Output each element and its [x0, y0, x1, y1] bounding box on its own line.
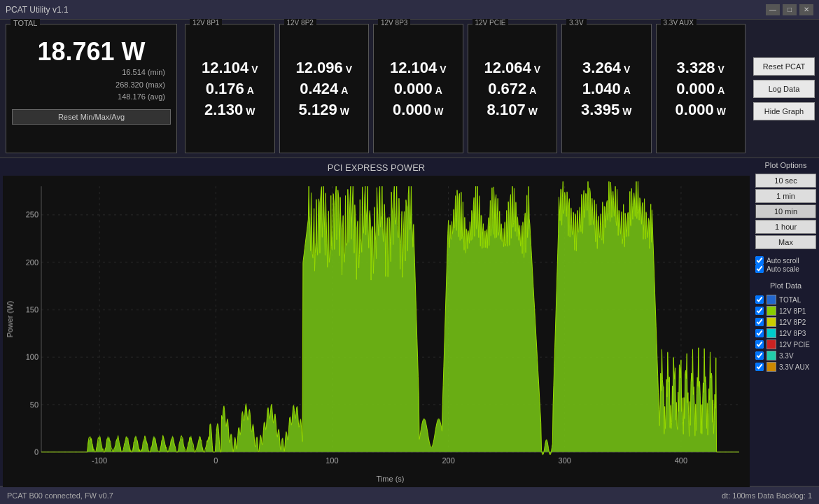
- legend-label-12V 8P2: 12V 8P2: [779, 318, 806, 326]
- power-value-0: 2.130: [204, 101, 243, 119]
- reset-minmaxavg-button[interactable]: Reset Min/Max/Avg: [12, 109, 171, 125]
- voltage-value-1: 12.096: [295, 59, 342, 77]
- statusbar: PCAT B00 connected, FW v0.7 dt: 100ms Da…: [0, 486, 819, 504]
- voltage-row-3: 12.064 V: [484, 59, 540, 77]
- power-row-4: 3.395 W: [581, 101, 631, 119]
- current-unit-1: A: [341, 85, 348, 96]
- graph-title: PCI EXPRESS POWER: [3, 162, 750, 173]
- legend-checkbox-12V 8P3[interactable]: [755, 329, 764, 337]
- minimize-button[interactable]: —: [766, 4, 780, 15]
- current-unit-4: A: [624, 85, 631, 96]
- auto-scale-row: Auto scale: [755, 265, 816, 273]
- legend-item-12v8p3: 12V 8P3: [755, 328, 816, 339]
- auto-scale-label: Auto scale: [766, 265, 799, 273]
- measure-label-1: 12V 8P2: [284, 19, 316, 27]
- power-row-5: 0.000 W: [676, 101, 726, 119]
- auto-scroll-label: Auto scroll: [766, 257, 799, 265]
- plot-btn-10min[interactable]: 10 min: [755, 204, 816, 218]
- legend-checkbox-12V 8P1[interactable]: [755, 307, 764, 315]
- reset-pcat-button[interactable]: Reset PCAT: [753, 57, 815, 76]
- legend-color-3.3V AUX: [766, 362, 776, 372]
- voltage-value-5: 3.328: [677, 59, 715, 77]
- voltage-unit-5: V: [718, 64, 724, 75]
- current-unit-3: A: [529, 85, 536, 96]
- close-button[interactable]: ✕: [799, 4, 813, 15]
- measure-panel-3.3vaux: 3.3V AUX 3.328 V 0.000 A 0.000 W: [656, 24, 746, 153]
- power-value-1: 5.129: [299, 101, 337, 119]
- plot-btn-1hour[interactable]: 1 hour: [755, 220, 816, 234]
- current-row-4: 1.040 A: [582, 80, 631, 98]
- legend-checkbox-TOTAL[interactable]: [755, 295, 764, 304]
- current-row-1: 0.424 A: [300, 80, 348, 98]
- total-stats: 16.514 (min) 268.320 (max) 148.176 (avg): [12, 66, 171, 104]
- legend-color-12V 8P2: [766, 317, 776, 327]
- legend-label-TOTAL: TOTAL: [779, 296, 801, 304]
- total-panel: TOTAL 18.761 W 16.514 (min) 268.320 (max…: [6, 24, 177, 153]
- right-sidebar: Plot Options 10 sec1 min10 min1 hourMax …: [752, 158, 819, 486]
- legend-label-3.3V: 3.3V: [779, 352, 794, 360]
- legend-color-3.3V: [766, 351, 776, 360]
- log-data-button[interactable]: Log Data: [753, 80, 815, 98]
- window-controls: — □ ✕: [766, 4, 813, 15]
- maximize-button[interactable]: □: [783, 4, 797, 15]
- legend-color-TOTAL: [766, 295, 776, 304]
- current-unit-2: A: [435, 85, 442, 96]
- legend-checkbox-3.3V AUX[interactable]: [755, 363, 764, 371]
- total-label: TOTAL: [10, 19, 40, 27]
- power-unit-5: W: [717, 106, 726, 117]
- titlebar: PCAT Utility v1.1 — □ ✕: [0, 0, 819, 20]
- status-left: PCAT B00 connected, FW v0.7: [7, 491, 113, 500]
- power-value-2: 0.000: [393, 101, 431, 119]
- auto-scroll-checkbox[interactable]: [755, 256, 764, 265]
- legend-item-total: TOTAL: [755, 294, 816, 305]
- power-row-0: 2.130 W: [204, 101, 255, 119]
- graph-canvas: [3, 176, 750, 487]
- legend-checkbox-12V 8P2[interactable]: [755, 318, 764, 326]
- current-value-4: 1.040: [582, 80, 621, 98]
- total-max: 268.320 (max): [12, 79, 165, 92]
- plot-btn-1min[interactable]: 1 min: [755, 189, 816, 203]
- right-action-buttons: Reset PCAT Log Data Hide Graph: [749, 20, 819, 158]
- legend-color-12V 8P3: [766, 328, 776, 338]
- measure-panel-3.3v: 3.3V 3.264 V 1.040 A 3.395 W: [561, 24, 652, 153]
- power-row-1: 5.129 W: [299, 101, 349, 119]
- current-value-2: 0.000: [394, 80, 433, 98]
- legend-checkbox-12V PCIE[interactable]: [755, 340, 764, 349]
- legend-label-12V 8P3: 12V 8P3: [779, 330, 806, 337]
- status-right: dt: 100ms Data Backlog: 1: [722, 491, 812, 500]
- power-unit-2: W: [434, 106, 443, 117]
- titlebar-title: PCAT Utility v1.1: [6, 5, 69, 15]
- graph-container[interactable]: [3, 176, 750, 487]
- legend-item-3.3v: 3.3V: [755, 350, 816, 361]
- legend-item-12vpcie: 12V PCIE: [755, 339, 816, 350]
- current-value-5: 0.000: [676, 80, 715, 98]
- total-min: 16.514 (min): [12, 66, 165, 79]
- voltage-value-0: 12.104: [202, 59, 248, 77]
- plot-btn-max[interactable]: Max: [755, 235, 816, 249]
- auto-scale-checkbox[interactable]: [755, 265, 764, 273]
- voltage-value-3: 12.064: [484, 59, 531, 77]
- voltage-row-2: 12.104 V: [390, 59, 447, 77]
- voltage-unit-1: V: [346, 64, 352, 75]
- power-row-2: 0.000 W: [393, 101, 443, 119]
- current-row-3: 0.672 A: [488, 80, 536, 98]
- measure-label-2: 12V 8P3: [378, 19, 410, 27]
- power-value-5: 0.000: [676, 101, 714, 119]
- legend-item-3.3vaux: 3.3V AUX: [755, 361, 816, 372]
- legend-checkbox-3.3V[interactable]: [755, 351, 764, 360]
- measure-label-5: 3.3V AUX: [661, 19, 696, 27]
- hide-graph-button[interactable]: Hide Graph: [753, 102, 815, 120]
- auto-scroll-row: Auto scroll: [755, 256, 816, 265]
- voltage-unit-0: V: [251, 64, 258, 75]
- graph-section: PCI EXPRESS POWER: [0, 158, 752, 486]
- current-unit-0: A: [247, 85, 254, 96]
- plot-options-label: Plot Options: [755, 161, 816, 169]
- legend-color-12V PCIE: [766, 340, 776, 349]
- power-unit-4: W: [622, 106, 631, 117]
- plot-btn-10sec[interactable]: 10 sec: [755, 174, 816, 188]
- voltage-unit-2: V: [440, 64, 446, 75]
- current-value-3: 0.672: [488, 80, 526, 98]
- measurement-panels: 12V 8P1 12.104 V 0.176 A 2.130 W 12V 8P2…: [181, 20, 749, 158]
- legend-label-12V 8P1: 12V 8P1: [779, 307, 806, 315]
- current-row-5: 0.000 A: [676, 80, 724, 98]
